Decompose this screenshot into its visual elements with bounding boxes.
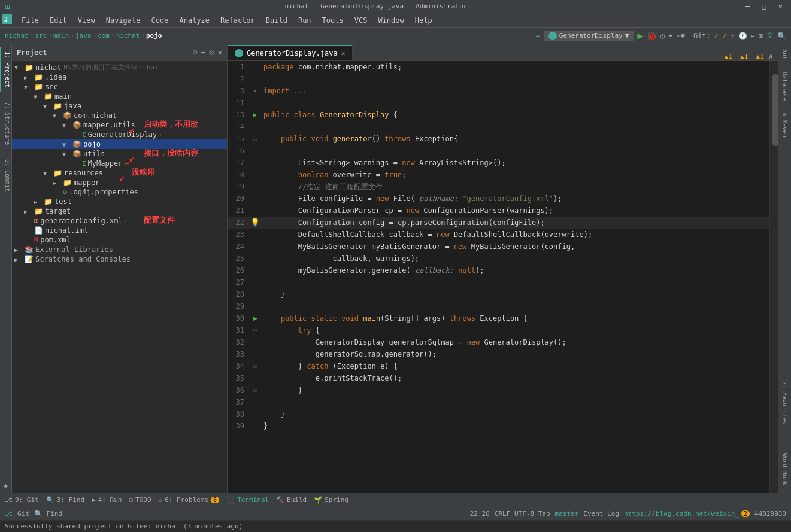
git-warn-icon[interactable]: ✓ [722,32,726,40]
editor-tab-actions: ▲1 ▲1 ▲1 ∧ [720,52,778,60]
tree-item-java[interactable]: ▼ 📁 java [12,101,227,111]
problems-tool-btn[interactable]: ⚠ 6: Problems 6 [159,496,220,504]
locate-icon[interactable]: ⊙ [193,48,198,57]
tree-item-generator-display[interactable]: ▶ C GeneratorDisplay ← [12,130,227,139]
commit-side-tab[interactable]: 0: Commit [0,154,12,196]
find-tool-btn[interactable]: 🔍 3: Find [46,496,84,504]
menu-navigate[interactable]: Navigate [101,15,146,26]
title-bar-right[interactable]: ─ □ ✕ [742,2,786,11]
ant-panel-tab[interactable]: Ant [780,44,789,65]
tree-item-scratches[interactable]: ▶ 📝 Scratches and Consoles [12,254,227,264]
minimize-button[interactable]: ─ [742,2,753,11]
tree-item-nichat-iml[interactable]: 📄 nichat.iml [12,226,227,235]
line-gutter-30[interactable]: ▶ [249,312,261,324]
back-icon[interactable]: ↩ [536,32,540,40]
debug-button[interactable]: 🐞 [647,31,657,41]
tree-item-pom[interactable]: M pom.xml [12,235,227,245]
tree-item-generator-config[interactable]: ⊞ generatorConfig.xml ← 配置文件 [12,216,227,226]
breadcrumb-pojo[interactable]: pojo [146,32,162,39]
breadcrumb-java[interactable]: java [75,32,92,39]
settings-icon[interactable]: ⚙ [209,48,214,57]
tree-item-target[interactable]: ▶ 📁 target [12,206,227,216]
history-icon[interactable]: 🕐 [738,32,747,40]
menu-refactor[interactable]: Refactor [216,15,260,26]
run-tool-btn[interactable]: ▶ 4: Run [92,496,122,504]
breadcrumb-main[interactable]: main [53,32,69,39]
editor-scrollbar[interactable] [769,61,778,493]
tree-item-src[interactable]: ▼ 📁 src [12,82,227,92]
breadcrumb-com[interactable]: com [98,32,110,39]
run-config-dropdown[interactable]: GeneratorDisplay ▼ [544,31,634,41]
more-run-icon[interactable]: ⋯▼ [676,32,684,40]
git-push-icon[interactable]: ↑ [730,32,734,40]
event-log-btn[interactable]: Event Log [583,510,619,518]
maximize-button[interactable]: □ [759,2,770,11]
tree-item-ext-libs[interactable]: ▶ 📚 External Libraries [12,245,227,254]
git-branch-status[interactable]: master [555,510,579,518]
tree-item-main[interactable]: ▼ 📁 main [12,92,227,101]
close-panel-icon[interactable]: ✕ [217,48,222,57]
vcs-icon[interactable]: ⊠ [759,32,763,40]
build-tool-btn[interactable]: 🔨 Build [276,496,307,504]
breadcrumb-src[interactable]: src [35,32,47,39]
expand-icon[interactable]: ∧ [769,52,773,60]
menu-code[interactable]: Code [147,15,174,26]
todo-tool-btn[interactable]: ☑ TODO [129,496,151,504]
encoding-status[interactable]: CRLF UTF-8 Tab [495,510,550,518]
tree-item-log4j[interactable]: ⚙ log4j.properties [12,187,227,197]
undo-icon[interactable]: ↩ [751,32,755,40]
menu-view[interactable]: View [73,15,100,26]
collapse-all-icon[interactable]: ≡ [201,48,206,57]
coverage-button[interactable]: ☂ [668,32,672,40]
terminal-tool-btn[interactable]: ⬛ Terminal [226,496,269,504]
nav-bar: nichat › src › main › java › com › nicha… [0,28,791,44]
tree-item-utils[interactable]: ▼ 📦 utils 接口，没啥内容 ↙ [12,149,227,159]
line-num-25: 25 [228,253,249,265]
nav-breadcrumb: nichat › src › main › java › com › nicha… [5,32,162,39]
favorites-side-tab[interactable]: ★ [3,481,8,490]
project-side-tab[interactable]: 1: Project [0,47,12,92]
code-content-area[interactable]: 1 package com.nichat.mapper.utils; 2 3 ▸… [228,61,769,493]
database-panel-tab[interactable]: Database [780,67,789,105]
tree-item-resources[interactable]: ▼ 📁 resources 没啥用 ↙ [12,168,227,178]
menu-help[interactable]: Help [410,15,437,26]
line-num-31: 31 [228,324,249,336]
run-button[interactable]: ▶ [637,30,643,41]
tree-item-idea[interactable]: ▶ 📁 .idea [12,72,227,82]
menu-analyze[interactable]: Analyze [174,15,214,26]
translate-icon[interactable]: 文 [766,31,774,41]
spring-tool-btn[interactable]: 🌱 Spring [314,496,348,504]
breadcrumb-nichat[interactable]: nichat [5,32,29,39]
profile-button[interactable]: ◎ [660,32,665,40]
structure-side-tab[interactable]: 7: Structure [0,97,12,150]
maven-panel-tab[interactable]: m Maven [780,108,789,142]
line-gutter-13[interactable]: ▶ [249,109,261,121]
search-everywhere-icon[interactable]: 🔍 [777,32,786,40]
scrollbar-thumb[interactable] [772,74,778,146]
find-status-btn[interactable]: 🔍 Find [34,510,62,518]
tree-item-mapper-utils[interactable]: ▼ 📦 mapper.utils 启动类，不用改 ↙ [12,120,227,130]
code-line-13: 13 ▶ public class GeneratorDisplay { [228,109,769,121]
git-check-icon[interactable]: ✓ [714,32,719,40]
git-tool-btn[interactable]: ⎇ 9: Git [5,496,39,504]
tree-item-test[interactable]: ▶ 📁 test [12,197,227,206]
menu-build[interactable]: Build [261,15,292,26]
menu-file[interactable]: File [17,15,44,26]
menu-tools[interactable]: Tools [317,15,348,26]
menu-window[interactable]: Window [373,15,408,26]
tree-item-mymapper[interactable]: ▶ I MyMapper ← [12,159,227,168]
git-tool-label: 9: Git [15,496,39,504]
menu-run[interactable]: Run [293,15,316,26]
tab-close-icon[interactable]: ✕ [341,50,346,57]
line-gutter-22[interactable]: 💡 [249,217,261,229]
breadcrumb-nichat2[interactable]: nichat [116,32,140,39]
spring-label: Spring [325,496,348,504]
menu-vcs[interactable]: VCS [350,15,372,26]
menu-edit[interactable]: Edit [45,15,72,26]
close-button[interactable]: ✕ [775,2,786,11]
project-panel-header: Project ⊙ ≡ ⚙ ✕ [12,44,227,61]
tree-item-nichat[interactable]: ▼ 📁 nichat H\学习的项目工程文件\nichat [12,62,227,72]
wordbook-panel-tab[interactable]: Word Book [780,448,789,490]
editor-tab-generator[interactable]: GeneratorDisplay.java ✕ [228,45,353,60]
favorites-panel-tab[interactable]: 2: Favorites [780,376,789,429]
